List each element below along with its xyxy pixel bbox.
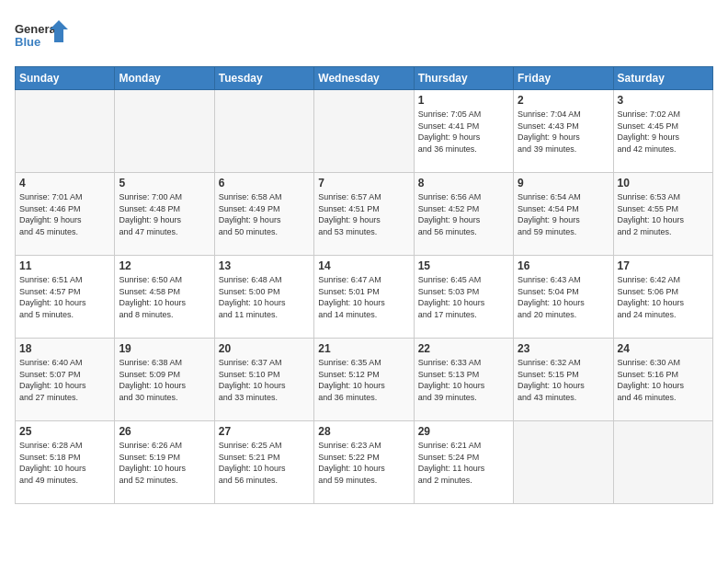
day-info: Sunrise: 6:23 AMSunset: 5:22 PMDaylight:… <box>318 440 409 486</box>
calendar-cell: 5Sunrise: 7:00 AMSunset: 4:48 PMDaylight… <box>115 173 214 256</box>
day-info: Sunrise: 6:43 AMSunset: 5:04 PMDaylight:… <box>518 274 609 320</box>
calendar-cell: 6Sunrise: 6:58 AMSunset: 4:49 PMDaylight… <box>214 173 313 256</box>
day-header-sunday: Sunday <box>16 67 115 90</box>
day-number: 18 <box>19 342 110 355</box>
calendar-cell: 22Sunrise: 6:33 AMSunset: 5:13 PMDayligh… <box>414 339 513 421</box>
day-number: 15 <box>418 259 509 272</box>
day-number: 20 <box>219 342 310 355</box>
day-number: 22 <box>418 342 509 355</box>
calendar-cell: 7Sunrise: 6:57 AMSunset: 4:51 PMDaylight… <box>314 173 414 256</box>
calendar-cell: 18Sunrise: 6:40 AMSunset: 5:07 PMDayligh… <box>16 339 115 421</box>
calendar-cell <box>613 421 712 504</box>
day-info: Sunrise: 6:42 AMSunset: 5:06 PMDaylight:… <box>618 274 709 320</box>
day-number: 25 <box>19 425 110 438</box>
day-info: Sunrise: 6:33 AMSunset: 5:13 PMDaylight:… <box>418 357 509 403</box>
calendar-cell <box>16 90 115 173</box>
day-number: 23 <box>518 342 609 355</box>
calendar-cell: 20Sunrise: 6:37 AMSunset: 5:10 PMDayligh… <box>214 339 313 421</box>
day-info: Sunrise: 6:57 AMSunset: 4:51 PMDaylight:… <box>318 191 409 237</box>
day-number: 12 <box>119 259 210 272</box>
calendar-cell: 27Sunrise: 6:25 AMSunset: 5:21 PMDayligh… <box>214 421 313 504</box>
calendar-cell: 2Sunrise: 7:04 AMSunset: 4:43 PMDaylight… <box>514 90 613 173</box>
day-number: 9 <box>518 177 609 190</box>
day-info: Sunrise: 6:56 AMSunset: 4:52 PMDaylight:… <box>418 191 509 237</box>
calendar-cell: 15Sunrise: 6:45 AMSunset: 5:03 PMDayligh… <box>414 256 513 339</box>
day-info: Sunrise: 6:35 AMSunset: 5:12 PMDaylight:… <box>318 357 409 403</box>
calendar-cell: 21Sunrise: 6:35 AMSunset: 5:12 PMDayligh… <box>314 339 414 421</box>
calendar-cell: 4Sunrise: 7:01 AMSunset: 4:46 PMDaylight… <box>16 173 115 256</box>
day-info: Sunrise: 6:45 AMSunset: 5:03 PMDaylight:… <box>418 274 509 320</box>
day-info: Sunrise: 6:40 AMSunset: 5:07 PMDaylight:… <box>19 357 110 403</box>
day-info: Sunrise: 6:58 AMSunset: 4:49 PMDaylight:… <box>219 191 310 237</box>
day-info: Sunrise: 7:01 AMSunset: 4:46 PMDaylight:… <box>19 191 110 237</box>
day-header-saturday: Saturday <box>613 67 712 90</box>
day-info: Sunrise: 7:05 AMSunset: 4:41 PMDaylight:… <box>418 109 509 155</box>
day-info: Sunrise: 6:32 AMSunset: 5:15 PMDaylight:… <box>518 357 609 403</box>
calendar-cell: 25Sunrise: 6:28 AMSunset: 5:18 PMDayligh… <box>16 421 115 504</box>
week-row-1: 4Sunrise: 7:01 AMSunset: 4:46 PMDaylight… <box>16 173 713 256</box>
week-row-2: 11Sunrise: 6:51 AMSunset: 4:57 PMDayligh… <box>16 256 713 339</box>
day-number: 5 <box>119 177 210 190</box>
calendar-cell <box>514 421 613 504</box>
calendar-cell: 28Sunrise: 6:23 AMSunset: 5:22 PMDayligh… <box>314 421 414 504</box>
day-header-friday: Friday <box>514 67 613 90</box>
day-info: Sunrise: 7:04 AMSunset: 4:43 PMDaylight:… <box>518 109 609 155</box>
calendar-cell: 8Sunrise: 6:56 AMSunset: 4:52 PMDaylight… <box>414 173 513 256</box>
day-number: 11 <box>19 259 110 272</box>
day-number: 27 <box>219 425 310 438</box>
calendar: SundayMondayTuesdayWednesdayThursdayFrid… <box>15 66 713 504</box>
day-info: Sunrise: 6:25 AMSunset: 5:21 PMDaylight:… <box>219 440 310 486</box>
day-number: 13 <box>219 259 310 272</box>
day-number: 21 <box>318 342 409 355</box>
day-info: Sunrise: 6:21 AMSunset: 5:24 PMDaylight:… <box>418 440 509 486</box>
day-info: Sunrise: 6:37 AMSunset: 5:10 PMDaylight:… <box>219 357 310 403</box>
day-number: 19 <box>119 342 210 355</box>
day-number: 26 <box>119 425 210 438</box>
calendar-cell: 1Sunrise: 7:05 AMSunset: 4:41 PMDaylight… <box>414 90 513 173</box>
calendar-cell: 12Sunrise: 6:50 AMSunset: 4:58 PMDayligh… <box>115 256 214 339</box>
day-number: 7 <box>318 177 409 190</box>
day-info: Sunrise: 7:02 AMSunset: 4:45 PMDaylight:… <box>618 109 709 155</box>
header-row: SundayMondayTuesdayWednesdayThursdayFrid… <box>16 67 713 90</box>
day-info: Sunrise: 7:00 AMSunset: 4:48 PMDaylight:… <box>119 191 210 237</box>
day-info: Sunrise: 6:50 AMSunset: 4:58 PMDaylight:… <box>119 274 210 320</box>
day-number: 16 <box>518 259 609 272</box>
day-header-wednesday: Wednesday <box>314 67 414 90</box>
week-row-0: 1Sunrise: 7:05 AMSunset: 4:41 PMDaylight… <box>16 90 713 173</box>
week-row-4: 25Sunrise: 6:28 AMSunset: 5:18 PMDayligh… <box>16 421 713 504</box>
day-info: Sunrise: 6:54 AMSunset: 4:54 PMDaylight:… <box>518 191 609 237</box>
logo-svg: General Blue <box>15 18 70 59</box>
day-header-tuesday: Tuesday <box>214 67 313 90</box>
day-number: 8 <box>418 177 509 190</box>
day-info: Sunrise: 6:53 AMSunset: 4:55 PMDaylight:… <box>618 191 709 237</box>
calendar-cell: 19Sunrise: 6:38 AMSunset: 5:09 PMDayligh… <box>115 339 214 421</box>
day-info: Sunrise: 6:38 AMSunset: 5:09 PMDaylight:… <box>119 357 210 403</box>
day-header-thursday: Thursday <box>414 67 513 90</box>
day-number: 1 <box>418 94 509 107</box>
week-row-3: 18Sunrise: 6:40 AMSunset: 5:07 PMDayligh… <box>16 339 713 421</box>
day-info: Sunrise: 6:51 AMSunset: 4:57 PMDaylight:… <box>19 274 110 320</box>
day-number: 10 <box>618 177 709 190</box>
day-number: 17 <box>618 259 709 272</box>
calendar-cell: 9Sunrise: 6:54 AMSunset: 4:54 PMDaylight… <box>514 173 613 256</box>
day-number: 6 <box>219 177 310 190</box>
calendar-cell: 10Sunrise: 6:53 AMSunset: 4:55 PMDayligh… <box>613 173 712 256</box>
calendar-cell: 3Sunrise: 7:02 AMSunset: 4:45 PMDaylight… <box>613 90 712 173</box>
day-number: 14 <box>318 259 409 272</box>
calendar-cell: 29Sunrise: 6:21 AMSunset: 5:24 PMDayligh… <box>414 421 513 504</box>
calendar-cell: 16Sunrise: 6:43 AMSunset: 5:04 PMDayligh… <box>514 256 613 339</box>
calendar-cell <box>314 90 414 173</box>
day-info: Sunrise: 6:26 AMSunset: 5:19 PMDaylight:… <box>119 440 210 486</box>
day-number: 3 <box>618 94 709 107</box>
calendar-cell: 24Sunrise: 6:30 AMSunset: 5:16 PMDayligh… <box>613 339 712 421</box>
calendar-cell <box>214 90 313 173</box>
day-info: Sunrise: 6:47 AMSunset: 5:01 PMDaylight:… <box>318 274 409 320</box>
calendar-cell: 26Sunrise: 6:26 AMSunset: 5:19 PMDayligh… <box>115 421 214 504</box>
day-info: Sunrise: 6:48 AMSunset: 5:00 PMDaylight:… <box>219 274 310 320</box>
day-number: 2 <box>518 94 609 107</box>
calendar-cell: 13Sunrise: 6:48 AMSunset: 5:00 PMDayligh… <box>214 256 313 339</box>
calendar-cell: 11Sunrise: 6:51 AMSunset: 4:57 PMDayligh… <box>16 256 115 339</box>
svg-text:Blue: Blue <box>15 35 40 49</box>
day-info: Sunrise: 6:30 AMSunset: 5:16 PMDaylight:… <box>618 357 709 403</box>
calendar-cell <box>115 90 214 173</box>
